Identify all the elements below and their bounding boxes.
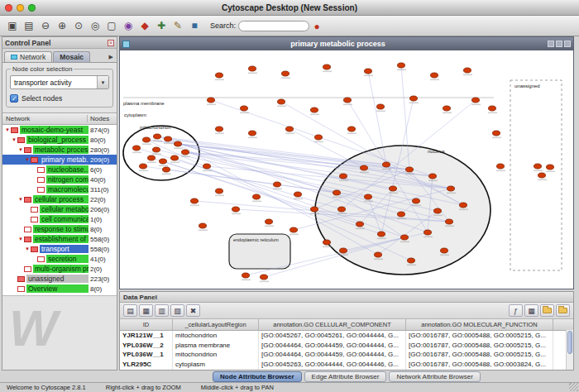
tree-row-cellular-metabo[interactable]: cellular metabo...206(0) xyxy=(2,204,117,214)
network-node[interactable] xyxy=(340,174,347,179)
network-node[interactable] xyxy=(383,162,390,167)
tree-row-transport[interactable]: ▼transport558(0) xyxy=(2,244,117,254)
layout-icon[interactable]: ✚ xyxy=(154,18,169,33)
network-node[interactable] xyxy=(472,98,480,103)
network-node[interactable] xyxy=(365,194,372,199)
formula-builder-icon[interactable]: ƒ xyxy=(509,304,523,317)
snapshot-icon[interactable]: ◉ xyxy=(121,18,136,33)
network-node[interactable] xyxy=(398,63,405,68)
data-panel-titlebar[interactable]: Data Panel xyxy=(120,292,573,303)
window-titlebar[interactable]: Cytoscape Desktop (New Session) xyxy=(0,0,579,16)
network-node[interactable] xyxy=(410,96,418,101)
network-node[interactable] xyxy=(365,69,372,74)
network-node[interactable] xyxy=(489,106,496,111)
table-row[interactable]: YPL036W__1mitochondrion[GO:0044464, GO:0… xyxy=(120,350,573,360)
tab-network-attribute-browser[interactable]: Network Attribute Browser xyxy=(389,371,480,382)
network-node[interactable] xyxy=(133,146,141,151)
network-node[interactable] xyxy=(191,198,199,203)
network-node[interactable] xyxy=(242,273,250,278)
network-node[interactable] xyxy=(253,194,261,199)
network-node[interactable] xyxy=(344,98,352,103)
zoom-reset-icon[interactable]: ⊙ xyxy=(71,18,86,33)
expand-triangle-icon[interactable]: ▼ xyxy=(24,246,31,251)
table-row[interactable]: YJR121W__1mitochondrion[GO:0045267, GO:0… xyxy=(120,331,573,341)
attribute-delete-icon[interactable]: ✖ xyxy=(186,304,200,317)
column-header-annotation-go-molecular-function[interactable]: annotation.GO MOLECULAR_FUNCTION xyxy=(406,319,553,330)
network-node[interactable] xyxy=(431,73,438,78)
network-node[interactable] xyxy=(165,136,172,141)
network-node[interactable] xyxy=(377,104,385,109)
network-node[interactable] xyxy=(249,131,256,136)
tree-row-cellular-process[interactable]: ▼cellular process22(0) xyxy=(2,194,117,204)
tree-row-cell-communica[interactable]: cell communica...1(0) xyxy=(2,214,117,224)
attribute-select-icon[interactable]: ▥ xyxy=(155,304,169,317)
frame-close-icon[interactable] xyxy=(564,41,571,47)
network-node[interactable] xyxy=(356,222,364,227)
frame-minimize-icon[interactable] xyxy=(548,41,554,47)
vizmapper-icon[interactable]: ◆ xyxy=(137,18,152,33)
open-folder-icon[interactable] xyxy=(540,304,554,317)
network-canvas[interactable]: plasma membranecytoplasmmitochondrionnuc… xyxy=(120,50,573,289)
tree-row-unassigned[interactable]: unassigned223(0) xyxy=(2,274,117,284)
network-node[interactable] xyxy=(446,219,453,224)
network-node[interactable] xyxy=(413,198,420,203)
save-icon[interactable]: ▣ xyxy=(5,18,20,33)
attribute-new-icon[interactable]: ▧ xyxy=(170,304,184,317)
tab-node-attribute-browser[interactable]: Node Attribute Browser xyxy=(213,371,302,382)
network-node[interactable] xyxy=(398,212,405,217)
select-nodes-checkbox[interactable]: ✓ xyxy=(10,94,18,103)
network-node[interactable] xyxy=(323,240,331,245)
network-node[interactable] xyxy=(143,137,151,142)
table-row[interactable]: YLR295Ccytoplasm[GO:0045263, GO:0044444,… xyxy=(120,360,573,370)
node-color-dropdown[interactable]: transporter activity ▼ xyxy=(10,75,109,89)
expand-triangle-icon[interactable]: ▼ xyxy=(17,147,24,152)
network-node[interactable] xyxy=(241,106,248,111)
network-node[interactable] xyxy=(401,235,409,240)
network-node[interactable] xyxy=(311,108,318,112)
network-node[interactable] xyxy=(375,252,382,257)
network-node[interactable] xyxy=(294,192,302,197)
network-node[interactable] xyxy=(163,167,170,172)
tree-row-response-to-stimu[interactable]: response to stimu...8(0) xyxy=(2,224,117,234)
network-node[interactable] xyxy=(338,207,346,212)
network-node[interactable] xyxy=(216,73,223,78)
tree-row-nitrogen-compo[interactable]: nitrogen compo...40(0) xyxy=(2,174,117,184)
matrix-icon[interactable]: ▦ xyxy=(524,304,538,317)
expand-triangle-icon[interactable]: ▼ xyxy=(17,237,24,241)
network-node[interactable] xyxy=(216,127,223,131)
tree-row-primary-metab[interactable]: ▼primary metab...209(0) xyxy=(2,155,117,165)
tree-row-macromolecule[interactable]: macromolecule...311(0) xyxy=(2,184,117,194)
network-node[interactable] xyxy=(182,150,189,155)
help-icon[interactable]: ● xyxy=(309,19,324,34)
minimize-window-button[interactable] xyxy=(17,4,24,12)
network-node[interactable] xyxy=(378,232,385,237)
network-node[interactable] xyxy=(261,275,268,280)
network-node[interactable] xyxy=(232,207,240,212)
network-node[interactable] xyxy=(154,134,161,139)
tab-edge-attribute-browser[interactable]: Edge Attribute Browser xyxy=(304,371,387,382)
resize-grip[interactable] xyxy=(569,382,578,391)
network-node[interactable] xyxy=(361,165,368,170)
print-icon[interactable]: ▤ xyxy=(22,18,36,33)
network-node[interactable] xyxy=(547,165,554,170)
expand-triangle-icon[interactable]: ▼ xyxy=(4,127,11,132)
network-node[interactable] xyxy=(216,189,223,194)
network-node[interactable] xyxy=(160,159,167,164)
network-node[interactable] xyxy=(208,98,215,103)
column-header-cellularlayoutregion[interactable]: _cellularLayoutRegion xyxy=(173,319,259,330)
network-node[interactable] xyxy=(199,223,207,228)
network-node[interactable] xyxy=(434,208,442,213)
network-node[interactable] xyxy=(408,258,415,263)
network-node[interactable] xyxy=(266,219,273,224)
attribute-copy-icon[interactable]: ▦ xyxy=(139,304,153,317)
column-header-annotation-go-cellular-component[interactable]: annotation.GO CELLULAR_COMPONENT xyxy=(259,319,406,330)
tab-scroll-right-icon[interactable]: ▶ xyxy=(109,54,115,62)
network-node[interactable] xyxy=(286,127,294,131)
tree-row-mosaic-demo-yeast[interactable]: ▼mosaic-demo-yeast874(0) xyxy=(2,125,117,135)
network-node[interactable] xyxy=(249,66,256,71)
zoom-in-icon[interactable]: ⊕ xyxy=(55,18,69,33)
network-node[interactable] xyxy=(290,227,298,232)
network-node[interactable] xyxy=(493,131,500,136)
network-node[interactable] xyxy=(274,182,281,187)
network-node[interactable] xyxy=(460,203,467,208)
